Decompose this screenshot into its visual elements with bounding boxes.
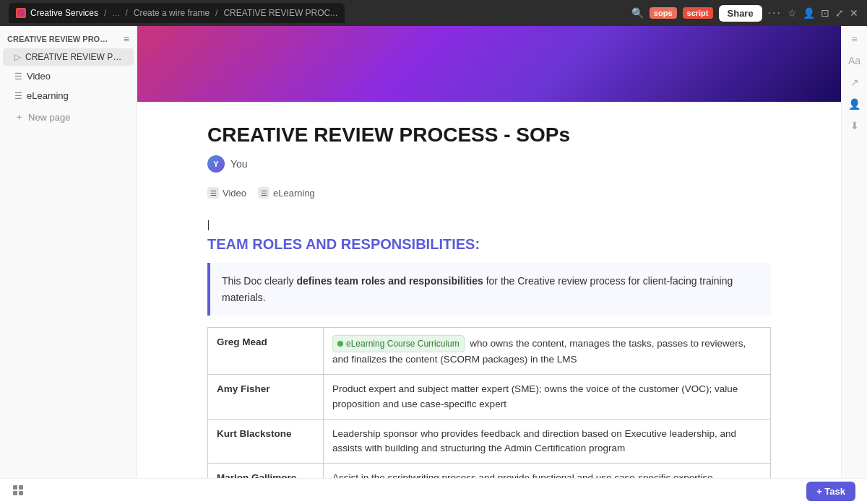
badge-script[interactable]: script [683,7,713,19]
minimize-icon[interactable]: ⊡ [821,7,829,19]
breadcrumb-sep-3: / [215,8,217,18]
sidebar-doc-title: CREATIVE REVIEW PROCESS - ... [7,35,108,43]
callout-text-plain: This Doc clearly [222,275,296,287]
app-layout: CREATIVE REVIEW PROCESS - ... ≡ ▷ CREATI… [0,26,867,478]
bottom-left-icon[interactable] [12,484,25,499]
table-cell-role: Assist in the scriptwriting process and … [324,464,771,478]
breadcrumb-wirepage: Create a wire frame [134,8,210,18]
browser-tab: Creative Services / ... / Create a wire … [9,3,345,23]
table-row: Amy Fisher Product expert and subject ma… [208,375,771,420]
table-cell-role: eLearning Course Curriculum who owns the… [324,328,771,375]
elearning-badge: eLearning Course Curriculum [332,335,465,352]
table-cell-name: Marlon Gallimore [208,464,324,478]
link-video-label: Video [223,188,246,199]
new-page-button[interactable]: ＋ New page [3,107,134,127]
svg-rect-4 [19,491,23,495]
badge-sops[interactable]: sops [650,7,677,19]
doc-link-icon-video: ☰ [207,187,219,199]
doc-area: CREATIVE REVIEW PROCESS - SOPs Y You ☰ V… [164,102,814,478]
table-cell-name: Kurt Blackstone [208,419,324,464]
task-button[interactable]: + Task [806,482,855,501]
elearning-badge-label: eLearning Course Curriculum [346,337,460,350]
download-icon[interactable]: ⬇ [850,120,859,131]
close-icon[interactable]: ✕ [850,7,858,19]
sidebar-item-video[interactable]: ☰ Video [3,67,134,85]
table-cell-role: Product expert and subject matter expert… [324,375,771,420]
sidebar-item-elearning[interactable]: ☰ eLearning [3,87,134,105]
breadcrumb-sep-2: / [125,8,127,18]
sidebar-toggle-icon[interactable]: ≡ [851,33,857,45]
breadcrumb-dots: ... [112,8,119,18]
sidebar-collapse-button[interactable]: ≡ [124,33,129,45]
callout-text-bold: defines team roles and responsibilities [296,275,483,287]
doc-author-row: Y You [207,155,771,173]
hero-banner [137,26,841,102]
browser-bar: Creative Services / ... / Create a wire … [0,0,867,26]
doc-icon-elearning: ☰ [14,91,22,101]
right-panel: ≡ Aa ↗ 👤 ⬇ [841,26,867,478]
breadcrumb-sep-1: / [104,8,106,18]
table-row: Marlon Gallimore Assist in the scriptwri… [208,464,771,478]
sidebar-header: CREATIVE REVIEW PROCESS - ... ≡ [0,26,137,48]
svg-rect-1 [13,485,17,490]
sidebar-item-label-video: Video [27,71,51,82]
bookmark-icon[interactable]: ☆ [788,7,797,19]
browser-bar-right: 🔍 sops script Share ··· ☆ 👤 ⊡ ⤢ ✕ [631,5,858,22]
doc-icon-video: ☰ [14,71,22,82]
callout-box: This Doc clearly defines team roles and … [207,263,771,316]
doc-icon-creative: ▷ [14,52,21,62]
table-cell-name: Greg Mead [208,328,324,375]
share-right-icon[interactable]: ↗ [850,77,859,88]
main-content: CREATIVE REVIEW PROCESS - SOPs Y You ☰ V… [137,26,841,478]
link-elearning[interactable]: ☰ eLearning [258,187,315,199]
font-size-icon[interactable]: Aa [848,55,860,66]
tab-title: Creative Services [30,8,98,18]
doc-link-icon-elearning: ☰ [258,187,269,199]
more-options-icon[interactable]: ··· [768,6,782,19]
link-video[interactable]: ☰ Video [207,187,246,199]
sidebar: CREATIVE REVIEW PROCESS - ... ≡ ▷ CREATI… [0,26,137,478]
svg-rect-0 [17,9,25,17]
table-row: Kurt Blackstone Leadership sponsor who p… [208,419,771,464]
share-button[interactable]: Share [719,5,762,22]
section-heading-roles: TEAM ROLES AND RESPONSIBILITIES: [207,236,771,253]
doc-links-row: ☰ Video ☰ eLearning [207,187,771,199]
avatar: Y [207,155,225,173]
author-name: You [230,158,248,170]
sidebar-item-label-creative: CREATIVE REVIEW PROCESS - SO... [25,52,125,62]
svg-rect-3 [13,491,17,495]
table-cell-name: Amy Fisher [208,375,324,420]
roles-table: Greg Mead eLearning Course Curriculum wh… [207,327,771,478]
expand-icon[interactable]: ⤢ [835,7,844,19]
breadcrumb-doc: CREATIVE REVIEW PROC... [223,8,337,18]
person-icon[interactable]: 👤 [803,7,815,19]
new-page-label: New page [28,112,71,123]
link-elearning-label: eLearning [273,188,315,199]
plus-icon: ＋ [14,110,24,123]
green-dot-icon [337,341,343,347]
bottom-bar: + Task [0,478,867,504]
sidebar-item-label-elearning: eLearning [27,90,69,101]
tab-favicon [16,8,26,18]
sidebar-item-creative-review[interactable]: ▷ CREATIVE REVIEW PROCESS - SO... [3,48,134,66]
table-cell-role: Leadership sponsor who provides feedback… [324,419,771,464]
table-row: Greg Mead eLearning Course Curriculum wh… [208,328,771,375]
person-right-icon[interactable]: 👤 [848,98,860,110]
doc-title: CREATIVE REVIEW PROCESS - SOPs [207,123,771,147]
browser-search-icon[interactable]: 🔍 [631,7,644,19]
cursor-indicator [207,219,771,230]
svg-rect-2 [19,485,23,490]
